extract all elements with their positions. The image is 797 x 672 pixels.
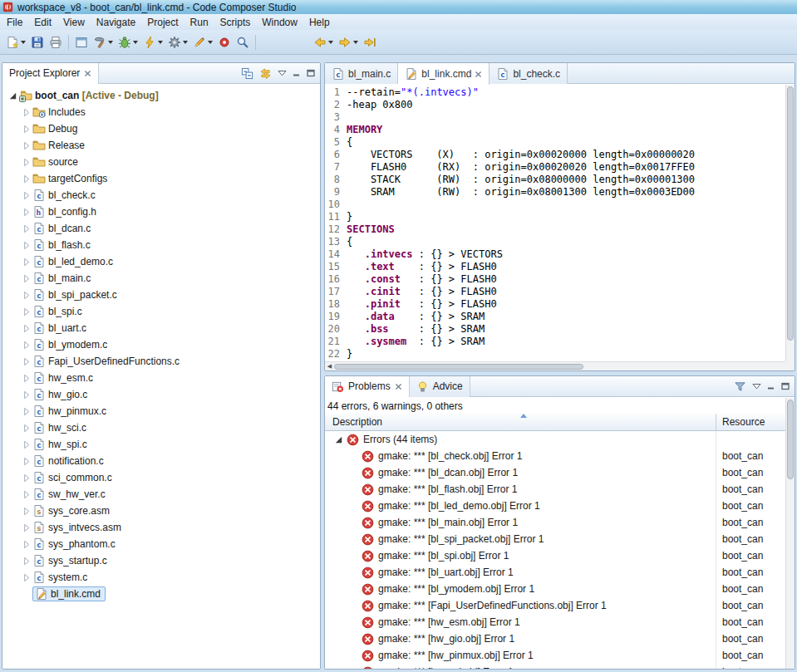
tree-item-bl_spi.c[interactable]: cbl_spi.c <box>2 303 320 320</box>
problem-row[interactable]: gmake: *** [bl_main.obj] Error 1boot_can <box>325 514 795 531</box>
close-icon[interactable] <box>475 71 482 78</box>
expander-icon[interactable] <box>19 424 32 433</box>
tree-item-Fapi_UserDefinedFunctions.c[interactable]: cFapi_UserDefinedFunctions.c <box>2 353 320 370</box>
tree-item-bl_link.cmd[interactable]: bl_link.cmd <box>2 586 320 602</box>
tree-item-source[interactable]: source <box>2 154 320 170</box>
editor-horizontal-scrollbar[interactable]: ◀ <box>325 361 785 370</box>
tree-item-hw_esm.c[interactable]: chw_esm.c <box>2 370 320 386</box>
expander-icon[interactable] <box>19 258 32 267</box>
tree-item-hw_sci.c[interactable]: chw_sci.c <box>2 419 320 436</box>
problem-row[interactable]: gmake: *** [bl_ymodem.obj] Error 1boot_c… <box>325 581 795 597</box>
tree-item-system.c[interactable]: csystem.c <box>2 569 320 586</box>
problem-row[interactable]: gmake: *** [Fapi_UserDefinedFunctions.ob… <box>325 597 795 614</box>
expander-icon[interactable] <box>19 390 32 400</box>
menu-file[interactable]: File <box>1 15 28 30</box>
expander-icon[interactable] <box>19 557 32 566</box>
expander-icon[interactable] <box>19 174 32 184</box>
expander-icon[interactable] <box>19 125 32 134</box>
expander-icon[interactable] <box>19 374 32 383</box>
gear-button[interactable] <box>165 32 190 52</box>
explorer-tree[interactable]: boot_can [Active - Debug]IncludesDebugRe… <box>2 85 320 669</box>
save-button[interactable] <box>28 32 47 52</box>
back-button[interactable] <box>311 32 336 52</box>
tree-item-targetConfigs[interactable]: targetConfigs <box>2 170 320 187</box>
minimize-button[interactable] <box>293 69 301 77</box>
problem-row[interactable]: gmake: *** [bl_led_demo.obj] Error 1boot… <box>325 498 795 514</box>
tree-item-Includes[interactable]: Includes <box>2 104 320 120</box>
tree-item-hw_gio.c[interactable]: chw_gio.c <box>2 386 320 403</box>
tree-project-boot_can[interactable]: boot_can [Active - Debug] <box>2 87 320 104</box>
menu-window[interactable]: Window <box>256 15 303 30</box>
menu-edit[interactable]: Edit <box>28 15 57 30</box>
tree-item-bl_flash.c[interactable]: cbl_flash.c <box>2 237 320 253</box>
problems-tab[interactable]: Problems <box>325 376 410 397</box>
flash-button[interactable] <box>140 32 165 52</box>
problem-row[interactable]: gmake: *** [bl_spi.obj] Error 1boot_can <box>325 547 795 564</box>
editor-code[interactable]: 1--retain="*(.intvecs)"2-heap 0x80034MEM… <box>325 85 785 361</box>
expander-icon[interactable] <box>19 141 32 150</box>
editor-tab-bl_link.cmd[interactable]: bl_link.cmd <box>398 63 490 85</box>
scrollbar-thumb[interactable] <box>334 364 583 370</box>
dropdown-arrow-icon[interactable] <box>208 41 213 44</box>
advice-tab[interactable]: Advice <box>410 376 470 397</box>
expander-icon[interactable] <box>19 224 32 233</box>
problems-group-row[interactable]: Errors (44 items) <box>325 431 795 448</box>
menu-view[interactable]: View <box>57 15 91 30</box>
tree-item-sys_phantom.c[interactable]: csys_phantom.c <box>2 536 320 552</box>
dropdown-arrow-icon[interactable] <box>21 41 26 44</box>
dropdown-arrow-icon[interactable] <box>183 41 188 44</box>
problem-row[interactable]: gmake: *** [bl_dcan.obj] Error 1boot_can <box>325 464 795 481</box>
expander-icon[interactable] <box>19 523 32 532</box>
tree-item-bl_main.c[interactable]: cbl_main.c <box>2 270 320 287</box>
expander-icon[interactable] <box>332 435 345 444</box>
scrollbar-thumb[interactable] <box>787 400 794 479</box>
tree-item-bl_uart.c[interactable]: cbl_uart.c <box>2 320 320 336</box>
problem-row[interactable]: gmake: *** [hw_pinmux.obj] Error 1boot_c… <box>325 647 795 664</box>
expander-icon[interactable] <box>19 191 32 200</box>
tree-item-hw_pinmux.c[interactable]: chw_pinmux.c <box>2 403 320 419</box>
link-with-editor-button[interactable] <box>259 67 272 80</box>
expander-icon[interactable] <box>19 540 32 549</box>
expander-icon[interactable] <box>19 440 32 449</box>
new-file-button[interactable] <box>3 32 28 52</box>
expander-icon[interactable] <box>19 158 32 167</box>
tree-item-bl_config.h[interactable]: hbl_config.h <box>2 204 320 220</box>
dropdown-arrow-icon[interactable] <box>133 41 138 44</box>
tree-item-bl_check.c[interactable]: cbl_check.c <box>2 187 320 204</box>
column-description[interactable]: Description <box>325 414 716 430</box>
scrollbar-thumb[interactable] <box>787 86 794 341</box>
problem-row[interactable]: gmake: *** [bl_uart.obj] Error 1boot_can <box>325 564 795 581</box>
filter-button[interactable] <box>734 380 746 393</box>
dropdown-arrow-icon[interactable] <box>353 41 358 44</box>
project-explorer-tab[interactable]: Project Explorer <box>2 63 99 84</box>
problem-row[interactable]: gmake: *** [hw_sci.obj] Error 1boot_can <box>325 664 795 669</box>
tree-item-sci_common.c[interactable]: csci_common.c <box>2 469 320 486</box>
editor-tab-bl_main.c[interactable]: cbl_main.c <box>325 63 398 84</box>
tree-item-Debug[interactable]: Debug <box>2 120 320 137</box>
editor-vertical-scrollbar[interactable] <box>785 85 795 361</box>
tree-item-bl_led_demo.c[interactable]: cbl_led_demo.c <box>2 253 320 270</box>
last-edit-button[interactable] <box>361 32 379 52</box>
maximize-button[interactable] <box>307 69 315 77</box>
expander-icon[interactable] <box>19 324 32 333</box>
pencil-button[interactable] <box>190 32 215 52</box>
maximize-button[interactable] <box>781 382 790 390</box>
view-menu-button[interactable] <box>752 383 761 390</box>
dropdown-arrow-icon[interactable] <box>158 41 163 44</box>
expander-icon[interactable] <box>19 573 32 582</box>
expander-icon[interactable] <box>19 341 32 350</box>
tree-item-bl_spi_packet.c[interactable]: cbl_spi_packet.c <box>2 287 320 303</box>
scroll-left-arrow-icon[interactable]: ◀ <box>325 363 334 370</box>
close-icon[interactable] <box>395 383 402 390</box>
tree-item-sys_intvecs.asm[interactable]: ssys_intvecs.asm <box>2 519 320 536</box>
expander-icon[interactable] <box>19 407 32 416</box>
tree-item-sys_core.asm[interactable]: ssys_core.asm <box>2 503 320 519</box>
menu-help[interactable]: Help <box>303 15 336 30</box>
expander-icon[interactable] <box>19 457 32 466</box>
menu-run[interactable]: Run <box>184 15 214 30</box>
problems-vertical-scrollbar[interactable] <box>785 398 795 669</box>
menu-project[interactable]: Project <box>141 15 184 30</box>
expander-icon[interactable] <box>6 91 19 101</box>
tree-item-sw_hw_ver.c[interactable]: csw_hw_ver.c <box>2 486 320 503</box>
minimize-button[interactable] <box>767 382 775 390</box>
